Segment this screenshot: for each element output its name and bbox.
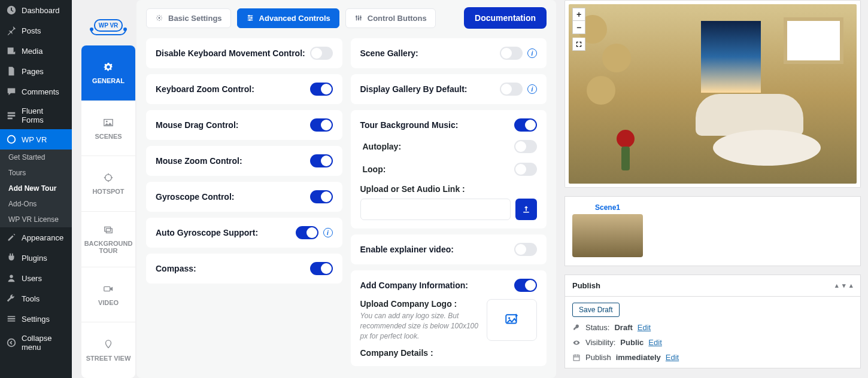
audio-link-input[interactable] — [360, 199, 511, 220]
row-autoplay: Autoplay: — [360, 139, 538, 154]
submenu-add-new-tour[interactable]: Add New Tour — [0, 181, 72, 196]
edit-publish-link[interactable]: Edit — [666, 353, 679, 362]
side-tab-general[interactable]: GENERAL — [81, 45, 135, 101]
svg-point-14 — [250, 17, 252, 19]
edit-visibility-link[interactable]: Edit — [648, 338, 661, 347]
info-icon[interactable]: i — [527, 84, 537, 94]
control-keyboard-zoom: Keyboard Zoom Control: — [146, 74, 342, 104]
publish-metabox: Publish ▴ ▾ ▴ Save Draft Status: Draft E… — [564, 275, 861, 368]
side-tab-background-tour[interactable]: BACKGROUND TOUR — [81, 212, 135, 267]
menu-fluent-forms[interactable]: Fluent Forms — [0, 102, 72, 129]
menu-users[interactable]: Users — [0, 268, 72, 288]
tab-control-buttons[interactable]: Control Buttons — [345, 8, 436, 28]
tab-basic-settings[interactable]: Basic Settings — [146, 8, 231, 28]
toggle-scene-gallery[interactable] — [500, 47, 523, 60]
menu-media[interactable]: Media — [0, 41, 72, 61]
zoom-in-button[interactable]: + — [572, 8, 585, 21]
menu-label: Comments — [22, 87, 59, 96]
toggle-explainer-video[interactable] — [514, 243, 537, 256]
svg-rect-1 — [8, 115, 16, 117]
menu-pages[interactable]: Pages — [0, 61, 72, 81]
menu-label: Posts — [22, 26, 41, 35]
submenu-tours[interactable]: Tours — [0, 165, 72, 181]
audio-label: Upload or Set Audio Link : — [360, 184, 538, 194]
toggle-mouse-drag[interactable] — [310, 118, 333, 132]
visibility-label: Visibility: — [585, 338, 615, 347]
menu-tools[interactable]: Tools — [0, 288, 72, 309]
toggle-auto-gyroscope[interactable] — [296, 226, 318, 239]
info-icon[interactable]: i — [323, 228, 333, 237]
tab-advanced-controls[interactable]: Advanced Controls — [237, 8, 339, 28]
metabox-move-up[interactable]: ▴ — [835, 282, 839, 289]
eye-icon — [572, 339, 581, 347]
metabox-move-down[interactable]: ▾ — [842, 282, 846, 289]
fullscreen-button[interactable] — [572, 38, 585, 51]
toggle-compass[interactable] — [310, 262, 333, 275]
control-explainer-video: Enable explainer video: — [351, 234, 547, 264]
toggle-mouse-zoom[interactable] — [310, 154, 333, 167]
control-auto-gyroscope: Auto Gyroscope Support: i — [146, 218, 342, 248]
toggle-gyroscope[interactable] — [310, 190, 333, 203]
control-label: Autoplay: — [363, 142, 402, 151]
control-mouse-zoom: Mouse Zoom Control: — [146, 146, 342, 176]
scene-thumb-1[interactable]: Scene1 — [572, 203, 643, 257]
toggle-loop[interactable] — [514, 163, 537, 176]
control-gyroscope: Gyroscope Control: — [146, 182, 342, 212]
controls-icon — [354, 14, 363, 22]
side-tab-scenes[interactable]: SCENES — [81, 101, 135, 157]
media-icon — [6, 45, 17, 56]
upload-icon — [521, 205, 531, 214]
svg-point-15 — [248, 19, 250, 21]
toggle-keyboard-zoom[interactable] — [310, 83, 333, 96]
toggle-company-info[interactable] — [514, 279, 537, 292]
side-tab-street-view[interactable]: STREET VIEW — [81, 322, 135, 378]
toggle-background-music[interactable] — [514, 118, 537, 132]
upload-logo-box[interactable] — [487, 299, 537, 341]
submenu-license[interactable]: WP VR License — [0, 212, 72, 227]
menu-dashboard[interactable]: Dashboard — [0, 0, 72, 20]
svg-point-3 — [8, 136, 16, 144]
side-tabs: GENERAL SCENES HOTSPOT BACKGROUND TOUR V… — [81, 45, 135, 378]
control-label: Loop: — [363, 164, 386, 174]
zoom-out-button[interactable]: − — [572, 21, 585, 34]
submenu-get-started[interactable]: Get Started — [0, 150, 72, 165]
panorama-viewer[interactable]: + − — [569, 4, 857, 184]
side-tab-hotspot[interactable]: HOTSPOT — [81, 156, 135, 212]
pin-icon — [103, 339, 114, 350]
wpvr-logo-rail: WP VR — [81, 0, 135, 45]
menu-appearance[interactable]: Appearance — [0, 227, 72, 248]
metabox-toggle[interactable]: ▴ — [849, 282, 853, 289]
control-label: Enable explainer video: — [360, 245, 454, 254]
edit-status-link[interactable]: Edit — [638, 323, 651, 332]
menu-settings[interactable]: Settings — [0, 309, 72, 329]
wp-vr-submenu: Get Started Tours Add New Tour Add-Ons W… — [0, 150, 72, 227]
side-tab-label: SCENES — [95, 133, 122, 140]
upload-audio-button[interactable] — [515, 199, 537, 220]
menu-label: Fluent Forms — [22, 106, 66, 124]
save-draft-button[interactable]: Save Draft — [572, 303, 620, 317]
menu-label: Tools — [22, 294, 40, 303]
video-icon — [103, 284, 114, 294]
wpvr-icon — [6, 134, 17, 145]
publish-status-row: Status: Draft Edit — [572, 323, 853, 332]
svg-point-12 — [159, 17, 160, 19]
toggle-display-gallery-default[interactable] — [500, 83, 523, 96]
submenu-addons[interactable]: Add-Ons — [0, 196, 72, 212]
info-icon[interactable]: i — [527, 48, 537, 58]
menu-comments[interactable]: Comments — [0, 81, 72, 102]
menu-wp-vr[interactable]: WP VR — [0, 129, 72, 150]
documentation-button[interactable]: Documentation — [464, 7, 547, 29]
tab-label: Control Buttons — [368, 14, 427, 23]
menu-posts[interactable]: Posts — [0, 20, 72, 41]
control-label: Compass: — [156, 264, 196, 273]
toggle-disable-keyboard[interactable] — [310, 47, 333, 60]
gear-icon — [103, 62, 114, 72]
menu-label: Plugins — [22, 254, 47, 263]
menu-plugins[interactable]: Plugins — [0, 248, 72, 268]
menu-label: Settings — [22, 315, 50, 324]
menu-collapse[interactable]: Collapse menu — [0, 329, 72, 356]
side-tab-video[interactable]: VIDEO — [81, 267, 135, 323]
toggle-autoplay[interactable] — [514, 140, 537, 153]
side-tab-label: BACKGROUND TOUR — [84, 240, 133, 254]
visibility-value: Public — [620, 338, 644, 347]
